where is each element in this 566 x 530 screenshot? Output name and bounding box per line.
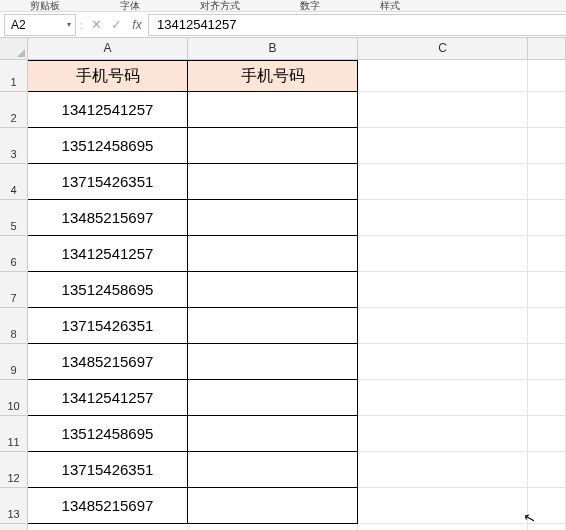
fx-icon[interactable]: fx: [126, 18, 148, 32]
cancel-button[interactable]: ✕: [86, 17, 106, 32]
cell-C10[interactable]: [358, 380, 528, 416]
row-header[interactable]: 8: [0, 308, 28, 344]
cell-D8[interactable]: [528, 308, 566, 344]
cell-A7[interactable]: 13512458695: [28, 272, 188, 308]
cell-D5[interactable]: [528, 200, 566, 236]
cell-C4[interactable]: [358, 164, 528, 200]
row-header[interactable]: [0, 524, 28, 530]
table-row: 4 13715426351: [0, 164, 566, 200]
cell-C8[interactable]: [358, 308, 528, 344]
cell-B5[interactable]: [188, 200, 358, 236]
cell-B11[interactable]: [188, 416, 358, 452]
chevron-down-icon[interactable]: ▾: [67, 20, 71, 29]
formula-input[interactable]: 13412541257: [148, 14, 566, 36]
cell[interactable]: [188, 524, 358, 530]
cell-D9[interactable]: [528, 344, 566, 380]
row-header[interactable]: 9: [0, 344, 28, 380]
separator: :: [76, 19, 86, 31]
table-row: 6 13412541257: [0, 236, 566, 272]
row-header[interactable]: 10: [0, 380, 28, 416]
cell-C1[interactable]: [358, 60, 528, 92]
row-header[interactable]: 3: [0, 128, 28, 164]
row-header[interactable]: 5: [0, 200, 28, 236]
cell-B9[interactable]: [188, 344, 358, 380]
table-row: 9 13485215697: [0, 344, 566, 380]
cell-A8[interactable]: 13715426351: [28, 308, 188, 344]
cell-D6[interactable]: [528, 236, 566, 272]
name-box[interactable]: A2 ▾: [4, 14, 76, 36]
row-header[interactable]: 12: [0, 452, 28, 488]
cell-A4[interactable]: 13715426351: [28, 164, 188, 200]
cell-B4[interactable]: [188, 164, 358, 200]
cell-B2[interactable]: [188, 92, 358, 128]
cell-D2[interactable]: [528, 92, 566, 128]
cell-B12[interactable]: [188, 452, 358, 488]
row-header[interactable]: 4: [0, 164, 28, 200]
cell-A6[interactable]: 13412541257: [28, 236, 188, 272]
cell[interactable]: [358, 524, 528, 530]
cell-C11[interactable]: [358, 416, 528, 452]
table-row: 8 13715426351: [0, 308, 566, 344]
row-header[interactable]: 1: [0, 60, 28, 92]
cell-D10[interactable]: [528, 380, 566, 416]
cell-C13[interactable]: [358, 488, 528, 524]
column-header-C[interactable]: C: [358, 38, 528, 60]
ribbon-group-label: 对齐方式: [200, 0, 240, 13]
row-header[interactable]: 13: [0, 488, 28, 524]
cell-B7[interactable]: [188, 272, 358, 308]
cell-B1[interactable]: 手机号码: [188, 60, 358, 92]
cell-B6[interactable]: [188, 236, 358, 272]
table-row: 10 13412541257: [0, 380, 566, 416]
enter-button[interactable]: ✓: [106, 17, 126, 32]
cell-C9[interactable]: [358, 344, 528, 380]
cell-A11[interactable]: 13512458695: [28, 416, 188, 452]
row-header[interactable]: 6: [0, 236, 28, 272]
cell-D1[interactable]: [528, 60, 566, 92]
cell-A2[interactable]: 13412541257: [28, 92, 188, 128]
cell-C5[interactable]: [358, 200, 528, 236]
select-all-corner[interactable]: [0, 38, 28, 60]
cell-B10[interactable]: [188, 380, 358, 416]
cell-C7[interactable]: [358, 272, 528, 308]
table-row: [0, 524, 566, 530]
table-row: 13 13485215697: [0, 488, 566, 524]
cell-B13[interactable]: [188, 488, 358, 524]
table-row: 11 13512458695: [0, 416, 566, 452]
ribbon-group-label: 剪贴板: [30, 0, 60, 13]
table-row: 5 13485215697: [0, 200, 566, 236]
cell-D11[interactable]: [528, 416, 566, 452]
column-header-D[interactable]: [528, 38, 566, 60]
spreadsheet-grid: A B C 1 手机号码 手机号码 2 13412541257 3 135124…: [0, 38, 566, 530]
cell-D12[interactable]: [528, 452, 566, 488]
cell-D7[interactable]: [528, 272, 566, 308]
cell-C6[interactable]: [358, 236, 528, 272]
cell-A10[interactable]: 13412541257: [28, 380, 188, 416]
cell-A13[interactable]: 13485215697: [28, 488, 188, 524]
name-box-value: A2: [11, 18, 26, 32]
table-row: 7 13512458695: [0, 272, 566, 308]
cell-B8[interactable]: [188, 308, 358, 344]
table-row: 12 13715426351: [0, 452, 566, 488]
row-header[interactable]: 7: [0, 272, 28, 308]
row-header[interactable]: 11: [0, 416, 28, 452]
cell-D4[interactable]: [528, 164, 566, 200]
column-header-A[interactable]: A: [28, 38, 188, 60]
cell-A9[interactable]: 13485215697: [28, 344, 188, 380]
cell[interactable]: [28, 524, 188, 530]
cell-C12[interactable]: [358, 452, 528, 488]
cell-C3[interactable]: [358, 128, 528, 164]
ribbon-fragment: 剪贴板 字体 对齐方式 数字 样式: [0, 0, 566, 12]
table-row: 1 手机号码 手机号码: [0, 60, 566, 92]
row-header[interactable]: 2: [0, 92, 28, 128]
cell-B3[interactable]: [188, 128, 358, 164]
cell-D3[interactable]: [528, 128, 566, 164]
cell-C2[interactable]: [358, 92, 528, 128]
cell-A12[interactable]: 13715426351: [28, 452, 188, 488]
cell-A1[interactable]: 手机号码: [28, 60, 188, 92]
table-row: 2 13412541257: [0, 92, 566, 128]
cell-A3[interactable]: 13512458695: [28, 128, 188, 164]
column-headers: A B C: [0, 38, 566, 60]
cell-A5[interactable]: 13485215697: [28, 200, 188, 236]
ribbon-group-label: 数字: [300, 0, 320, 13]
column-header-B[interactable]: B: [188, 38, 358, 60]
